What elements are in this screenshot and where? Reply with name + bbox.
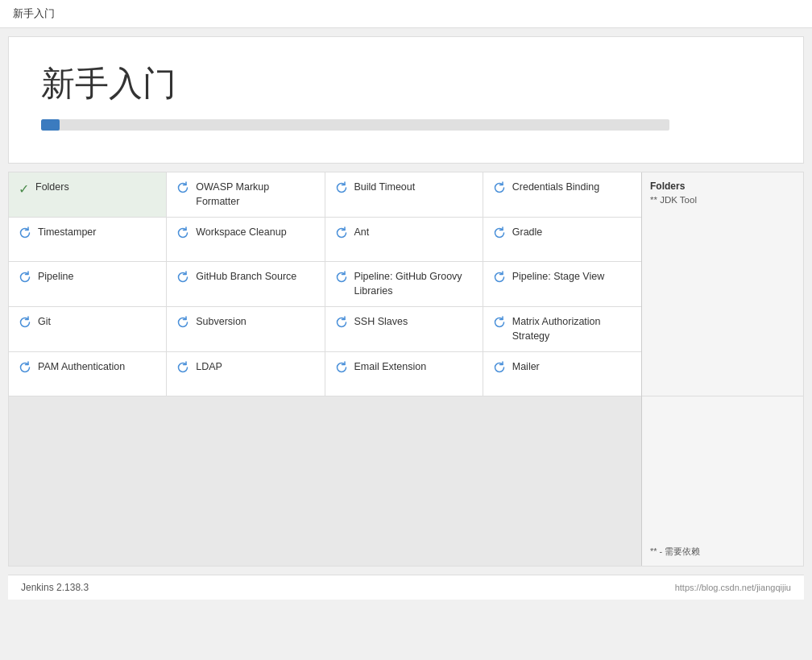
plugin-name: Email Extension [354,360,427,375]
plugin-name: Matrix Authorization Strategy [512,315,632,343]
plugin-name: PAM Authentication [38,360,125,375]
refresh-icon [176,226,189,239]
progress-bar-container [41,119,669,131]
hero-title: 新手入门 [41,61,771,106]
footer-url: https://blog.csdn.net/jiangqijiu [675,583,791,592]
footer: Jenkins 2.138.3 https://blog.csdn.net/ji… [8,575,804,600]
plugin-name: GitHub Branch Source [196,270,296,284]
plugin-cell-pipeline[interactable]: Pipeline [9,262,167,307]
main-area: ✓Folders OWASP Markup Formatter Build Ti… [8,172,804,567]
refresh-icon [493,226,506,239]
plugin-cell-ant[interactable]: Ant [325,218,483,262]
refresh-icon [493,316,506,329]
plugin-cell-matrix-auth[interactable]: Matrix Authorization Strategy [483,307,641,352]
plugin-cell-pipeline-stage-view[interactable]: Pipeline: Stage View [483,262,641,307]
plugin-cell-ldap[interactable]: LDAP [167,352,325,396]
plugin-cell-mailer[interactable]: Mailer [483,352,641,396]
plugin-name: Git [38,315,51,330]
refresh-icon [19,226,31,239]
refresh-icon [176,181,189,194]
refresh-icon [176,271,189,284]
side-panel-content: ** JDK Tool [650,195,795,205]
plugin-cell-build-timeout[interactable]: Build Timeout [325,172,483,218]
plugin-name: LDAP [196,360,222,375]
refresh-icon [335,271,348,284]
plugin-name: Ant [354,226,370,240]
top-bar-label: 新手入门 [13,7,55,19]
hero-section: 新手入门 [8,36,804,164]
plugin-name: Credentials Binding [512,181,599,195]
refresh-icon [176,316,189,329]
empty-grid-space [9,396,642,566]
plugin-cell-credentials-binding[interactable]: Credentials Binding [483,172,641,218]
plugin-cell-timestamper[interactable]: Timestamper [9,218,167,262]
plugin-cell-subversion[interactable]: Subversion [167,307,325,352]
side-panel: Folders ** JDK Tool [642,172,803,396]
plugin-cell-owasp[interactable]: OWASP Markup Formatter [167,172,325,218]
plugin-name: Pipeline [38,270,73,284]
plugin-name: OWASP Markup Formatter [196,181,314,209]
plugin-cell-folders[interactable]: ✓Folders [9,172,167,218]
side-panel-bottom: ** - 需要依赖 [642,396,803,566]
plugin-name: Workspace Cleanup [196,226,286,240]
empty-area: ** - 需要依赖 [9,396,803,566]
plugin-cell-pipeline-github-groovy[interactable]: Pipeline: GitHub Groovy Libraries [325,262,483,307]
plugin-cell-ssh-slaves[interactable]: SSH Slaves [325,307,483,352]
plugin-name: Pipeline: Stage View [512,270,604,284]
plugin-cell-pam-auth[interactable]: PAM Authentication [9,352,167,396]
plugin-name: Mailer [512,360,540,375]
plugin-name: Pipeline: GitHub Groovy Libraries [354,270,473,298]
plugin-name: Build Timeout [354,181,416,195]
plugin-cell-gradle[interactable]: Gradle [483,218,641,262]
footer-version: Jenkins 2.138.3 [21,582,89,593]
top-bar: 新手入门 [0,0,812,28]
plugin-name: SSH Slaves [354,315,408,330]
plugin-cell-email-extension[interactable]: Email Extension [325,352,483,396]
side-note: ** - 需要依赖 [650,546,700,558]
plugin-cell-git[interactable]: Git [9,307,167,352]
refresh-icon [493,181,506,194]
plugin-cell-workspace-cleanup[interactable]: Workspace Cleanup [167,218,325,262]
refresh-icon [19,316,31,329]
progress-bar-fill [41,119,60,131]
refresh-icon [176,361,189,374]
refresh-icon [493,361,506,374]
refresh-icon [19,361,31,374]
refresh-icon [335,181,348,194]
plugin-name: Subversion [196,315,246,330]
refresh-icon [335,361,348,374]
plugin-name: Gradle [512,226,543,240]
plugin-name: Timestamper [38,226,96,240]
refresh-icon [335,316,348,329]
side-panel-title: Folders [650,181,795,192]
refresh-icon [335,226,348,239]
check-icon: ✓ [19,181,29,197]
plugin-grid: ✓Folders OWASP Markup Formatter Build Ti… [9,172,642,396]
refresh-icon [19,271,31,284]
plugin-name: Folders [35,181,69,195]
plugin-cell-github-branch-source[interactable]: GitHub Branch Source [167,262,325,307]
plugin-grid-wrapper: ✓Folders OWASP Markup Formatter Build Ti… [9,172,803,396]
refresh-icon [493,271,506,284]
